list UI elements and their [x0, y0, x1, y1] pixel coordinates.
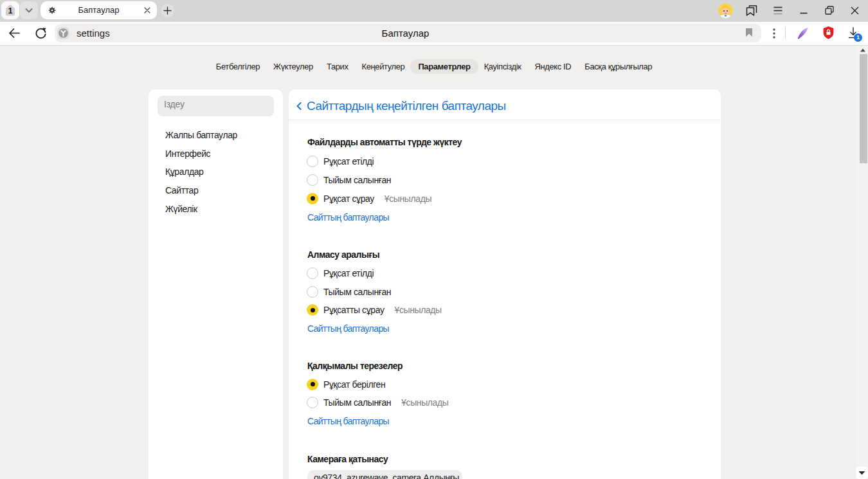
svg-text:1: 1	[8, 6, 13, 15]
